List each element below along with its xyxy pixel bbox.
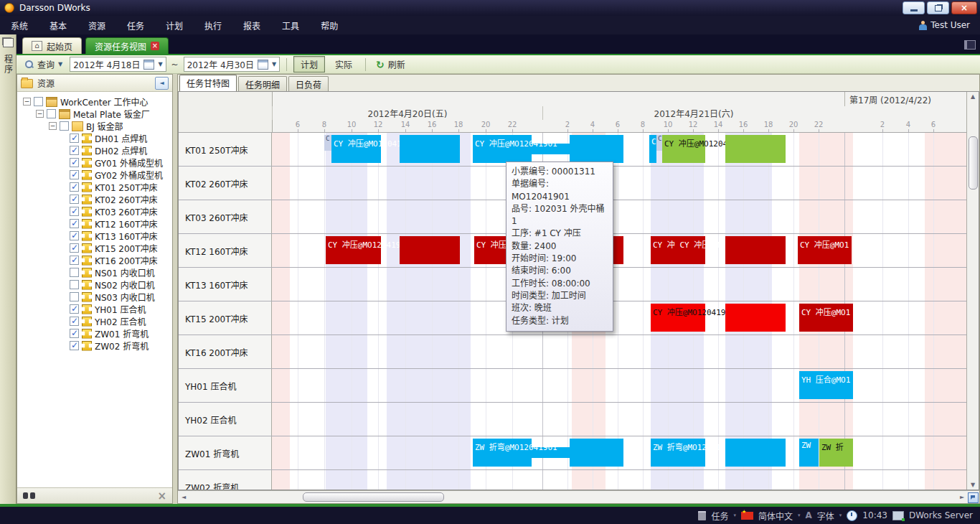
close-button[interactable]: × <box>951 1 977 14</box>
tree-checkbox[interactable] <box>70 280 79 289</box>
query-button[interactable]: 查询 ▼ <box>21 57 66 72</box>
menu-item-帮助[interactable]: 帮助 <box>310 22 349 32</box>
language-caret-icon[interactable]: ▾ <box>798 513 801 518</box>
expander-icon[interactable]: − <box>23 98 31 106</box>
gantt-bar[interactable]: C <box>656 135 662 151</box>
tree-checkbox[interactable] <box>70 219 79 228</box>
tree-checkbox[interactable] <box>70 243 79 253</box>
menu-item-计划[interactable]: 计划 <box>155 22 194 32</box>
vertical-scroll-thumb[interactable] <box>969 136 978 190</box>
gantt-bar[interactable] <box>725 236 786 264</box>
tree-item-DH02[interactable]: DH02 点焊机 <box>17 144 172 156</box>
horizontal-scroll-thumb[interactable] <box>303 492 444 502</box>
tree-checkbox[interactable] <box>47 109 56 118</box>
gantt-bar[interactable] <box>725 304 786 332</box>
tree-item-bj-dept[interactable]: −BJ 钣金部 <box>17 120 172 132</box>
tree-item-YH01[interactable]: YH01 压合机 <box>17 303 172 315</box>
font-caret-icon[interactable]: ▾ <box>839 513 842 518</box>
gantt-bar[interactable]: ZW 折 <box>819 439 853 467</box>
scroll-up-icon[interactable]: ▲ <box>967 93 979 100</box>
menu-item-基本[interactable]: 基本 <box>39 22 77 32</box>
gantt-bar[interactable]: CY 冲压@MO12041901 <box>331 135 381 163</box>
menu-item-报表[interactable]: 报表 <box>232 22 271 32</box>
gantt-bar[interactable] <box>570 135 623 163</box>
tree-checkbox[interactable] <box>70 207 79 216</box>
scroll-left-icon[interactable]: ◄ <box>178 494 189 500</box>
tree-item-GY01[interactable]: GY01 外桶成型机 <box>17 156 172 169</box>
tree-checkbox[interactable] <box>70 256 79 265</box>
gantt-bar[interactable]: CY 冲压@MO1 <box>798 236 852 264</box>
collapsed-panel-strip[interactable]: 程序 <box>0 34 17 504</box>
window-list-icon[interactable] <box>964 40 976 50</box>
menu-item-执行[interactable]: 执行 <box>194 22 232 32</box>
refresh-button[interactable]: ↻ 刷新 <box>372 57 409 72</box>
date-to-picker[interactable]: 2012年 4月30日 ▼ <box>184 57 280 72</box>
tree-checkbox[interactable] <box>70 134 79 143</box>
tree-item-GY02[interactable]: GY02 外桶成型机 <box>17 169 172 181</box>
vertical-scrollbar[interactable]: ▲ ▼ <box>966 92 979 490</box>
gantt-bar[interactable]: C <box>324 135 331 151</box>
tree-item-DH01[interactable]: DH01 点焊机 <box>17 132 172 144</box>
expand-icon[interactable] <box>968 492 979 503</box>
gantt-bar[interactable] <box>725 439 786 467</box>
tree-item-YH02[interactable]: YH02 压合机 <box>17 315 172 327</box>
tree-checkbox[interactable] <box>70 341 79 350</box>
scroll-down-icon[interactable]: ▼ <box>967 482 979 488</box>
tree-checkbox[interactable] <box>70 158 79 167</box>
actual-toggle-button[interactable]: 实际 <box>329 57 359 72</box>
gantt-bar[interactable]: CY 冲压@MO12041904 <box>326 236 381 264</box>
restore-button[interactable] <box>927 1 949 14</box>
tree-item-NS01[interactable]: NS01 内收口机 <box>17 266 172 279</box>
tree-item-NS02[interactable]: NS02 内收口机 <box>17 279 172 291</box>
tree-item-KT03[interactable]: KT03 260T冲床 <box>17 205 172 217</box>
status-tasks-label[interactable]: 任务 <box>711 510 728 522</box>
gantt-bar[interactable]: ZW <box>799 439 819 467</box>
tree-item-ZW01[interactable]: ZW01 折弯机 <box>17 327 172 340</box>
gantt-bar[interactable]: CY 冲压@MO12041903 <box>651 304 705 332</box>
status-language[interactable]: 简体中文 <box>758 510 793 522</box>
gantt-bar[interactable]: C <box>649 135 656 163</box>
tab-task-detail[interactable]: 任务明细 <box>238 76 287 91</box>
tree-item-KT01[interactable]: KT01 250T冲床 <box>17 181 172 193</box>
expander-icon[interactable]: − <box>49 122 57 130</box>
tree-checkbox[interactable] <box>70 317 79 326</box>
gantt-bar[interactable]: CY 冲 CY 冲压@MO12041904 <box>651 236 705 264</box>
gantt-bar[interactable] <box>570 439 623 467</box>
scroll-right-icon[interactable]: ► <box>956 494 968 500</box>
find-icon[interactable] <box>23 492 35 500</box>
tree-item-NS03[interactable]: NS03 内收口机 <box>17 291 172 303</box>
tree-item-KT13[interactable]: KT13 160T冲床 <box>17 230 172 242</box>
panel-collapse-button[interactable]: ◄ <box>155 77 169 90</box>
tree-item-metal-plate[interactable]: −Metal Plate 钣金厂 <box>17 108 172 120</box>
tree-checkbox[interactable] <box>34 97 43 106</box>
minimize-button[interactable] <box>903 1 925 14</box>
tree-checkbox[interactable] <box>60 121 69 131</box>
gantt-bar[interactable]: ZW 折弯@MO12041901 <box>473 439 532 467</box>
gantt-bar[interactable] <box>400 135 460 163</box>
tree-checkbox[interactable] <box>70 231 79 240</box>
gantt-bar[interactable] <box>725 135 786 163</box>
tab-resource-task-view[interactable]: 资源任务视图 × <box>85 37 169 54</box>
tasks-caret-icon[interactable]: ▾ <box>733 513 736 518</box>
date-from-picker[interactable]: 2012年 4月18日 ▼ <box>70 57 166 72</box>
horizontal-scrollbar[interactable]: ◄ ► <box>178 490 979 503</box>
tree-item-KT12[interactable]: KT12 160T冲床 <box>17 217 172 230</box>
menu-item-任务[interactable]: 任务 <box>116 22 155 32</box>
tree-checkbox[interactable] <box>70 292 79 301</box>
tree-checkbox[interactable] <box>70 170 79 179</box>
tree-item-KT16[interactable]: KT16 200T冲床 <box>17 254 172 266</box>
status-font[interactable]: 字体 <box>817 510 834 522</box>
tree-checkbox[interactable] <box>70 304 79 314</box>
gantt-bar[interactable]: YH 压合@MO1 <box>799 371 853 399</box>
menu-item-系统[interactable]: 系统 <box>0 22 39 32</box>
menu-item-资源[interactable]: 资源 <box>77 22 116 32</box>
tab-close-icon[interactable]: × <box>151 42 159 50</box>
gantt-bar[interactable]: ZW 折弯@MO12041901 <box>651 439 705 467</box>
tree-checkbox[interactable] <box>70 329 79 338</box>
gantt-bar[interactable]: CY 冲压@MO12041902 <box>662 135 705 163</box>
tree-checkbox[interactable] <box>70 146 79 155</box>
plan-toggle-button[interactable]: 计划 <box>293 56 325 72</box>
tab-home[interactable]: ⌂ 起始页 <box>22 37 82 54</box>
tree-item-KT02[interactable]: KT02 260T冲床 <box>17 193 172 205</box>
expander-icon[interactable]: − <box>36 110 44 118</box>
